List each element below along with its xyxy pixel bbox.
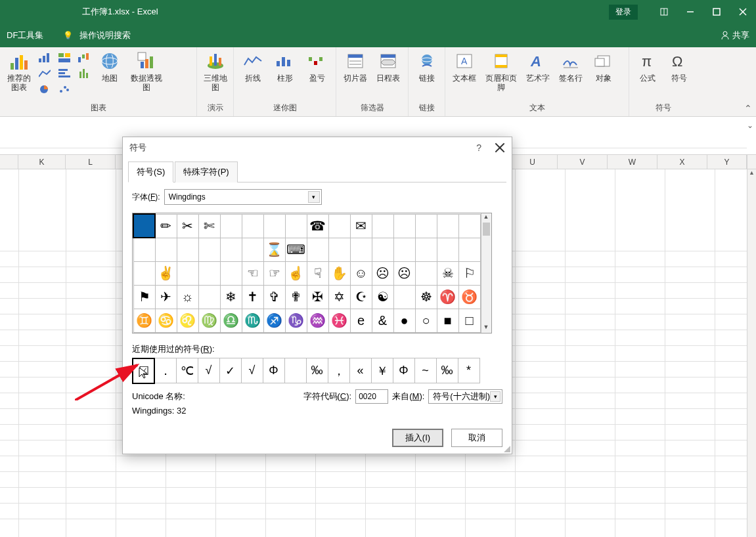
grid-scroll-up-icon[interactable]: ▲ bbox=[481, 213, 491, 223]
symbol-cell[interactable]: ♍ bbox=[198, 309, 220, 332]
collapse-ribbon-icon[interactable]: ⌃ bbox=[744, 103, 752, 114]
symbol-cell[interactable] bbox=[415, 261, 437, 285]
col-v[interactable]: V bbox=[558, 155, 608, 169]
recent-symbol-cell[interactable] bbox=[284, 358, 306, 383]
symbol-button[interactable]: Ω符号 bbox=[665, 50, 694, 83]
close-button[interactable] bbox=[730, 0, 756, 24]
timeline-button[interactable]: 日程表 bbox=[373, 50, 403, 83]
maximize-button[interactable] bbox=[703, 0, 730, 24]
statistic-chart-icon[interactable] bbox=[76, 67, 92, 80]
symbol-cell[interactable] bbox=[155, 238, 177, 261]
select-all-corner[interactable] bbox=[0, 155, 18, 169]
font-select[interactable]: Wingdings ▾ bbox=[164, 189, 322, 205]
symbol-cell[interactable] bbox=[328, 238, 350, 261]
sparkline-winloss-button[interactable]: 盈亏 bbox=[302, 50, 332, 83]
bar-chart-icon[interactable] bbox=[56, 67, 72, 80]
symbol-cell[interactable]: ■ bbox=[437, 309, 458, 332]
symbol-cell[interactable]: ⌛ bbox=[263, 238, 285, 261]
symbol-cell[interactable] bbox=[242, 214, 263, 238]
symbol-cell[interactable]: ☯ bbox=[372, 285, 393, 309]
symbol-cell[interactable]: ❄ bbox=[220, 285, 242, 309]
symbol-cell[interactable]: ♐ bbox=[263, 309, 285, 332]
symbol-cell[interactable]: ☟ bbox=[307, 261, 328, 285]
symbol-cell[interactable]: ☪ bbox=[350, 285, 372, 309]
grid-scroll-down-icon[interactable]: ▼ bbox=[481, 324, 491, 333]
symbol-cell[interactable] bbox=[133, 214, 155, 238]
scroll-up-icon[interactable]: ▲ bbox=[747, 169, 756, 179]
wordart-button[interactable]: A艺术字 bbox=[523, 50, 553, 83]
symbol-cell[interactable] bbox=[393, 238, 415, 261]
symbol-cell[interactable] bbox=[458, 214, 480, 238]
recent-symbol-cell[interactable]: √ bbox=[241, 358, 263, 383]
symbol-cell[interactable]: ☜ bbox=[242, 261, 263, 285]
login-button[interactable]: 登录 bbox=[609, 5, 638, 20]
symbol-cell[interactable]: ☺ bbox=[350, 261, 372, 285]
symbol-cell[interactable]: ☞ bbox=[263, 261, 285, 285]
symbol-cell[interactable] bbox=[133, 261, 155, 285]
symbol-cell[interactable] bbox=[328, 214, 350, 238]
header-footer-button[interactable]: 页眉和页脚 bbox=[482, 50, 520, 92]
textbox-button[interactable]: A文本框 bbox=[449, 50, 479, 83]
tab-symbols[interactable]: 符号(S) bbox=[128, 161, 173, 183]
symbol-cell[interactable] bbox=[372, 214, 393, 238]
symbol-cell[interactable] bbox=[198, 285, 220, 309]
symbol-cell[interactable] bbox=[372, 238, 393, 261]
symbol-cell[interactable] bbox=[242, 238, 263, 261]
symbol-cell[interactable] bbox=[198, 238, 220, 261]
symbol-cell[interactable] bbox=[177, 261, 198, 285]
symbol-cell[interactable] bbox=[437, 214, 458, 238]
recent-symbol-cell[interactable]: * bbox=[458, 358, 479, 383]
fx-expand-icon[interactable]: ⌄ bbox=[747, 121, 753, 130]
symbol-cell[interactable] bbox=[285, 214, 307, 238]
symbol-cell[interactable]: ✞ bbox=[263, 285, 285, 309]
symbol-cell[interactable]: ♈ bbox=[437, 285, 458, 309]
symbol-cell[interactable] bbox=[437, 238, 458, 261]
symbol-cell[interactable]: ✉ bbox=[350, 214, 372, 238]
symbol-cell[interactable] bbox=[393, 285, 415, 309]
symbol-cell[interactable]: ☹ bbox=[372, 261, 393, 285]
dialog-titlebar[interactable]: 符号 ? bbox=[123, 137, 512, 158]
symbol-cell[interactable] bbox=[220, 214, 242, 238]
col-x[interactable]: X bbox=[657, 155, 707, 169]
dialog-resize-handle[interactable] bbox=[502, 444, 510, 452]
waterfall-chart-icon[interactable] bbox=[76, 51, 92, 64]
symbol-cell[interactable]: □ bbox=[458, 309, 480, 332]
grid-scroll-thumb[interactable] bbox=[483, 223, 490, 236]
symbol-cell[interactable]: ☎ bbox=[307, 214, 328, 238]
symbol-cell[interactable]: & bbox=[372, 309, 393, 332]
symbol-cell[interactable]: ✟ bbox=[285, 285, 307, 309]
symbol-cell[interactable] bbox=[350, 238, 372, 261]
recent-symbol-cell[interactable]: ℃ bbox=[176, 358, 198, 383]
3d-map-button[interactable]: 三维地图 bbox=[201, 50, 229, 92]
symbol-cell[interactable] bbox=[133, 238, 155, 261]
recommended-charts-button[interactable]: 推荐的图表 bbox=[4, 50, 34, 92]
recent-symbol-cell[interactable]: ☑ bbox=[133, 358, 154, 383]
from-select[interactable]: 符号(十六进制) ▾ bbox=[428, 389, 502, 404]
symbol-cell[interactable] bbox=[220, 261, 242, 285]
equation-button[interactable]: π公式 bbox=[633, 50, 662, 83]
symbol-cell[interactable] bbox=[198, 261, 220, 285]
object-button[interactable]: 对象 bbox=[589, 50, 619, 83]
maps-button[interactable]: 地图 bbox=[95, 50, 125, 83]
symbol-cell[interactable]: ♓ bbox=[328, 309, 350, 332]
line-chart-icon[interactable] bbox=[37, 67, 53, 80]
symbol-cell[interactable]: ☹ bbox=[393, 261, 415, 285]
symbol-cell[interactable]: ● bbox=[393, 309, 415, 332]
col-k[interactable]: K bbox=[18, 155, 66, 169]
sparkline-column-button[interactable]: 柱形 bbox=[270, 50, 300, 83]
recent-symbol-cell[interactable]: ‰ bbox=[306, 358, 328, 383]
symbol-cell[interactable]: ⚐ bbox=[458, 261, 480, 285]
symbol-cell[interactable]: ✝ bbox=[242, 285, 263, 309]
recent-symbol-cell[interactable]: ， bbox=[328, 358, 349, 383]
symbol-cell[interactable]: ☸ bbox=[415, 285, 437, 309]
font-dropdown-icon[interactable]: ▾ bbox=[308, 191, 320, 203]
symbol-cell[interactable]: ✡ bbox=[328, 285, 350, 309]
insert-button[interactable]: 插入(I) bbox=[392, 429, 443, 447]
pie-chart-icon[interactable] bbox=[37, 83, 53, 96]
recent-symbol-cell[interactable]: ￥ bbox=[371, 358, 393, 383]
symbol-cell[interactable]: ⌨ bbox=[285, 238, 307, 261]
symbol-cell[interactable]: ♉ bbox=[458, 285, 480, 309]
vertical-scrollbar[interactable]: ▲ bbox=[747, 169, 756, 537]
tab-special-chars[interactable]: 特殊字符(P) bbox=[175, 161, 237, 183]
scatter-chart-icon[interactable] bbox=[56, 83, 72, 96]
